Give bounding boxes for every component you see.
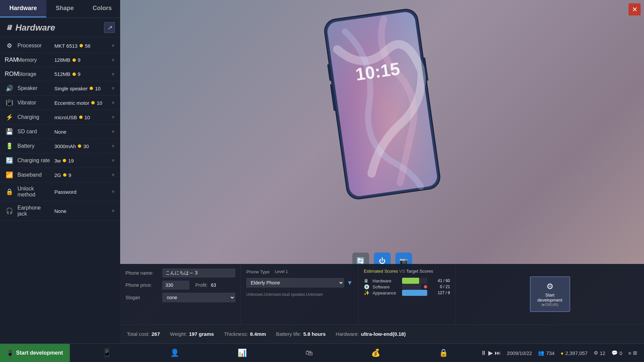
play-button[interactable]: ▶ <box>488 349 493 357</box>
start-development-button[interactable]: ⚙ Startdevelopment (●208145) <box>530 276 570 312</box>
software-bar-wrap <box>402 284 421 290</box>
hw-item-processor[interactable]: ⚙ProcessorMKT 651356▼ <box>0 39 120 53</box>
bottom-right-info: ⏸ ▶ ⏭ 2009/10/22 👥 734 ● 2,397,057 ⚙ 12 … <box>481 349 644 357</box>
battery-value: 3000mAh30 <box>54 143 107 149</box>
phone-level: Level 1 <box>275 269 288 274</box>
score-row-software: 💿 Software 0 / 21 <box>364 284 450 290</box>
panel-header: 🖥 Hardware ↗ <box>0 18 120 37</box>
phone-name-input[interactable] <box>162 269 235 277</box>
pause-controls: ⏸ ▶ ⏭ <box>481 349 501 357</box>
rom-chevron: ▼ <box>111 72 115 77</box>
fastforward-button[interactable]: ⏭ <box>495 350 501 357</box>
tab-shape[interactable]: Shape <box>46 0 83 17</box>
tab-colors[interactable]: Colors <box>83 0 121 17</box>
settings-icon: ⚙ <box>594 350 598 356</box>
money-icon: ● <box>560 350 563 356</box>
battery-life-value: 5.8 hours <box>303 331 326 337</box>
speaker-value: Single speaker10 <box>54 86 107 91</box>
charging_rate-score: 19 <box>68 158 74 164</box>
hw-item-unlock[interactable]: 🔒Unlock methodPassword▼ <box>0 182 120 201</box>
phone-info-section: Phone name: Phone price: Profit: 63 Slog… <box>120 264 241 324</box>
charging-value: microUSB10 <box>54 115 107 120</box>
unlock-chevron: ▼ <box>111 189 115 194</box>
phone-type-expand[interactable]: ▼ <box>347 279 353 286</box>
hw-item-battery[interactable]: 🔋Battery3000mAh30▼ <box>0 139 120 153</box>
nav-people-icon[interactable]: 👤 <box>168 347 181 359</box>
more-options: ≡ ⊞ <box>628 350 637 356</box>
earphone-value: None <box>54 208 107 214</box>
hw-item-ram[interactable]: RAMMemory128MB9▼ <box>0 53 120 67</box>
charging_rate-chevron: ▼ <box>111 158 115 163</box>
charging-icon: ⚡ <box>5 114 14 121</box>
pause-button[interactable]: ⏸ <box>481 350 487 357</box>
battery-score: 30 <box>83 143 89 149</box>
charging-score: 10 <box>85 115 90 120</box>
hw-item-charging_rate[interactable]: 🔄Charging rate3w19▼ <box>0 153 120 168</box>
earphone-label: Earphone jack <box>17 205 51 217</box>
hardware-score-val: 41 / 60 <box>430 278 450 283</box>
nav-lock-icon[interactable]: 🔒 <box>437 347 450 359</box>
hardware-panel-icon: 🖥 <box>5 24 12 32</box>
scores-section: Estimated Scores VS Target Scores 🖥 Hard… <box>358 264 456 324</box>
close-button[interactable]: ✕ <box>629 3 641 15</box>
start-dev-bottom-label: Start development <box>16 350 63 356</box>
hw-item-earphone[interactable]: 🎧Earphone jackNone▼ <box>0 201 120 221</box>
speaker-label: Speaker <box>17 85 51 91</box>
thickness-item: Thickness: 8.4mm <box>224 331 266 337</box>
ram-value: 128MB9 <box>54 57 107 63</box>
software-score-val: 0 / 21 <box>430 284 450 289</box>
phone-mockup: 10:15 <box>316 3 448 205</box>
earphone-chevron: ▼ <box>111 208 115 214</box>
appearance-score-label: Appearance <box>373 290 399 296</box>
charging_rate-icon: 🔄 <box>5 157 14 164</box>
tab-bar: Hardware Shape Colors <box>0 0 120 18</box>
processor-icon: ⚙ <box>5 42 14 49</box>
hardware-rating-label: Hardware: <box>336 331 359 337</box>
hardware-bar <box>402 278 419 284</box>
nav-phone-icon[interactable]: 📱 <box>100 347 113 359</box>
appearance-bar <box>402 290 427 296</box>
hw-item-charging[interactable]: ⚡ChargingmicroUSB10▼ <box>0 110 120 125</box>
phone-svg: 10:15 <box>316 3 448 205</box>
battery-life-item: Battery life: 5.8 hours <box>276 331 326 337</box>
hardware-score-icon: 🖥 <box>364 278 370 283</box>
start-dev-bottom-button[interactable]: 📱 Start development <box>0 344 70 362</box>
total-cost-value: 267 <box>152 331 160 337</box>
scores-estimated-label: Estimated Scores <box>364 269 398 274</box>
charging_rate-dot <box>63 159 66 162</box>
nav-shop-icon[interactable]: 🛍 <box>303 347 315 359</box>
hw-item-speaker[interactable]: 🔊SpeakerSingle speaker10▼ <box>0 81 120 96</box>
sdcard-value: None <box>54 129 107 135</box>
rom-label: Storage <box>17 71 51 77</box>
nav-chart-icon[interactable]: 📊 <box>236 347 249 359</box>
export-button[interactable]: ↗ <box>104 22 115 33</box>
rom-score: 9 <box>78 71 81 77</box>
ram-dot <box>72 58 76 62</box>
phone-slogan-select[interactable]: none <box>162 293 235 302</box>
hw-item-baseband[interactable]: 📶Baseband2G9▼ <box>0 168 120 182</box>
tab-hardware[interactable]: Hardware <box>0 0 46 17</box>
population-item: 👥 734 <box>538 350 554 356</box>
vibrator-label: Vibrator <box>17 100 51 106</box>
dev-section: ⚙ Startdevelopment (●208145) <box>456 264 644 324</box>
phone-price-input[interactable] <box>162 281 189 289</box>
rom-dot <box>72 73 76 76</box>
hw-item-rom[interactable]: ROMStorage512MB9▼ <box>0 67 120 81</box>
profit-value: 63 <box>211 282 216 288</box>
hw-item-vibrator[interactable]: 📳VibratorEccentric motor10▼ <box>0 96 120 110</box>
hw-item-sdcard[interactable]: 💾SD cardNone▼ <box>0 125 120 139</box>
expand-icon[interactable]: ⊞ <box>633 350 637 356</box>
population-icon: 👥 <box>538 350 544 356</box>
phone-slogan-label: Slogan <box>126 295 159 300</box>
menu-icon[interactable]: ≡ <box>628 350 631 356</box>
baseband-chevron: ▼ <box>111 172 115 178</box>
phone-type-select[interactable]: Elderly Phone <box>246 278 344 287</box>
nav-money-icon[interactable]: 💰 <box>369 347 382 359</box>
phone-name-label: Phone name: <box>126 270 159 276</box>
phone-type-header: Phone Type Level 1 <box>246 269 353 275</box>
left-panel: Hardware Shape Colors 🖥 Hardware ↗ ⚙Proc… <box>0 0 120 362</box>
notifications-item: 💬 0 <box>611 350 622 356</box>
ram-score: 9 <box>78 57 81 63</box>
phone-type-description: Unknown,Unknown,loud speaker,Unknown <box>246 292 353 297</box>
profit-label: Profit: <box>195 282 208 288</box>
